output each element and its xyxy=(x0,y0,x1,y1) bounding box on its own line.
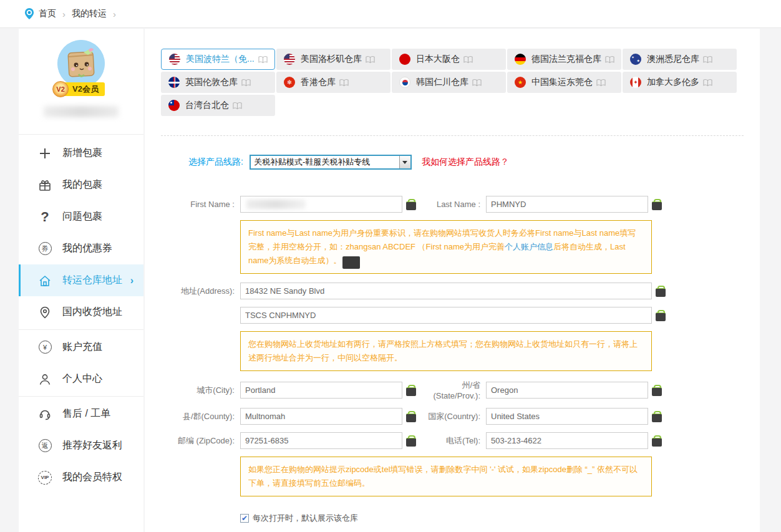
tab-uk-london[interactable]: 英国伦敦仓库 xyxy=(161,72,275,93)
book-icon xyxy=(472,79,482,87)
vip-medal-icon: V2 xyxy=(52,81,69,97)
county-label: 县/郡(County): xyxy=(145,411,240,422)
copy-icon[interactable] xyxy=(406,385,416,396)
copy-icon[interactable] xyxy=(652,199,662,210)
sidebar-item-add-package[interactable]: 新增包裹 xyxy=(19,137,143,169)
vip-icon: VIP xyxy=(37,470,52,485)
sidebar-item-warehouse-address[interactable]: 转运仓库地址 › xyxy=(19,264,143,296)
top-bar: 首页 › 我的转运 › xyxy=(0,0,781,28)
copy-icon[interactable] xyxy=(656,286,666,297)
headset-icon xyxy=(37,407,52,422)
tab-canada-toronto[interactable]: ✦ 加拿大多伦多 xyxy=(623,72,737,93)
zip-input[interactable] xyxy=(240,432,402,449)
tab-japan-osaka[interactable]: 日本大阪仓 xyxy=(392,49,506,70)
copy-icon[interactable] xyxy=(656,310,666,321)
book-icon xyxy=(339,79,349,87)
location-pin-icon xyxy=(24,7,35,20)
tab-korea-incheon[interactable]: 韩国仁川仓库 xyxy=(392,72,506,93)
sidebar-item-referral[interactable]: 返 推荐好友返利 xyxy=(19,430,143,462)
dashed-divider xyxy=(161,135,744,136)
tel-input[interactable] xyxy=(486,432,648,449)
chevron-right-icon: › xyxy=(130,275,133,286)
copy-icon[interactable] xyxy=(652,435,662,447)
country-input[interactable] xyxy=(486,408,648,425)
us-flag-icon xyxy=(284,54,295,65)
tab-label: 加拿大多伦多 xyxy=(647,77,699,88)
book-icon xyxy=(258,56,268,64)
sidebar-item-label: 我的包裹 xyxy=(62,178,102,191)
sidebar-item-label: 个人中心 xyxy=(62,372,102,385)
tab-taiwan-taipei[interactable]: 台湾台北仓 xyxy=(161,95,275,116)
sidebar-item-my-packages[interactable]: 我的包裹 xyxy=(19,169,143,201)
sidebar-item-label: 我的优惠券 xyxy=(62,242,112,255)
vip-badge-label: V2会员 xyxy=(72,84,99,94)
tab-label: 韩国仁川仓库 xyxy=(416,77,468,88)
sidebar-item-profile[interactable]: 个人中心 xyxy=(19,363,143,395)
copy-icon[interactable] xyxy=(406,435,416,447)
sidebar-menu: 新增包裹 我的包裹 ? 问题包裹 券 我的优惠券 转运仓库 xyxy=(19,135,143,493)
address-line2-input[interactable] xyxy=(240,307,652,324)
last-name-input[interactable] xyxy=(486,196,648,213)
zip-label: 邮编 (ZipCode): xyxy=(145,435,240,447)
sidebar-item-member-privileges[interactable]: VIP 我的会员特权 xyxy=(19,462,143,493)
product-line-label: 选择产品线路: xyxy=(188,157,243,168)
sidebar-item-domestic-address[interactable]: 国内收货地址 xyxy=(19,296,143,328)
product-line-help-link[interactable]: 我如何选择产品线路？ xyxy=(422,157,509,168)
copy-icon[interactable] xyxy=(652,411,662,422)
tab-label: 德国法兰克福仓库 xyxy=(531,54,601,65)
default-warehouse-checkbox[interactable]: ✔ xyxy=(240,514,249,523)
product-line-select[interactable]: 关税补贴模式-鞋服关税补贴专线 xyxy=(250,155,412,170)
package-icon xyxy=(37,178,52,193)
default-warehouse-row: ✔ 每次打开时，默认展示该仓库 xyxy=(240,513,760,524)
dropdown-arrow-icon[interactable] xyxy=(399,156,410,168)
coupon-icon: 券 xyxy=(37,241,52,256)
breadcrumb-home[interactable]: 首页 xyxy=(39,8,56,19)
address-label: 地址(Address): xyxy=(145,286,240,297)
notice-text: 您在购物网站上收货地址如有两行，请严格按照上方格式填写；您在购物网站上收货地址如… xyxy=(248,339,638,362)
sidebar-item-label: 新增包裹 xyxy=(62,147,102,160)
canada-flag-icon: ✦ xyxy=(630,77,641,88)
book-icon xyxy=(241,79,251,87)
sidebar-item-coupons[interactable]: 券 我的优惠券 xyxy=(19,233,143,264)
notice-text: 如果您正在购物的网站提示zipcode或tel填写错误，请删除数字中间 '-' … xyxy=(248,465,638,488)
tab-label: 日本大阪仓 xyxy=(416,54,460,65)
tab-hongkong[interactable]: ✻ 香港仓库 xyxy=(276,72,390,93)
australia-flag-icon xyxy=(630,54,641,65)
state-label: 州/省(State/Prov.): xyxy=(416,380,486,400)
uk-flag-icon xyxy=(168,77,180,88)
breadcrumb-separator: › xyxy=(113,9,116,19)
address-line1-input[interactable] xyxy=(240,283,652,299)
sidebar-item-label: 售后 / 工单 xyxy=(62,407,110,420)
account-info-link[interactable]: 个人账户信息 xyxy=(505,242,553,251)
sidebar-item-recharge[interactable]: ¥ 账户充值 xyxy=(19,331,143,363)
city-label: 城市(City): xyxy=(145,385,240,396)
sidebar-item-problem-packages[interactable]: ? 问题包裹 xyxy=(19,201,143,233)
book-icon xyxy=(703,56,712,64)
breadcrumb-current[interactable]: 我的转运 xyxy=(72,8,107,19)
city-input[interactable] xyxy=(240,382,402,399)
tab-australia-sydney[interactable]: 澳洲悉尼仓库 xyxy=(623,49,737,70)
country-label: 国家(Country): xyxy=(416,411,486,422)
us-flag-icon xyxy=(169,54,180,65)
sidebar-item-aftersale[interactable]: 售后 / 工单 xyxy=(19,398,143,430)
county-country-row: 县/郡(County): 国家(Country): xyxy=(145,408,760,425)
copy-icon[interactable] xyxy=(406,411,416,422)
user-icon xyxy=(37,372,52,387)
default-warehouse-label: 每次打开时，默认展示该仓库 xyxy=(253,513,358,524)
korea-flag-icon xyxy=(399,77,410,88)
tab-germany-frankfurt[interactable]: 德国法兰克福仓库 xyxy=(507,49,621,70)
tab-us-la[interactable]: 美国洛杉矶仓库 xyxy=(276,49,390,70)
sidebar-item-label: 推荐好友返利 xyxy=(62,439,122,452)
county-input[interactable] xyxy=(240,408,402,425)
avatar[interactable] xyxy=(57,40,105,87)
tab-label: 香港仓库 xyxy=(301,77,336,88)
state-input[interactable] xyxy=(486,382,648,399)
copy-icon[interactable] xyxy=(406,199,416,210)
tab-label: 中国集运东莞仓 xyxy=(531,77,593,88)
book-icon xyxy=(233,102,242,110)
tab-us-portland[interactable]: 美国波特兰（免... xyxy=(161,49,275,70)
copy-icon[interactable] xyxy=(652,385,662,396)
china-flag-icon: ★ xyxy=(515,77,526,88)
tab-china-dongguan[interactable]: ★ 中国集运东莞仓 xyxy=(507,72,621,93)
return-icon: 返 xyxy=(37,438,52,453)
